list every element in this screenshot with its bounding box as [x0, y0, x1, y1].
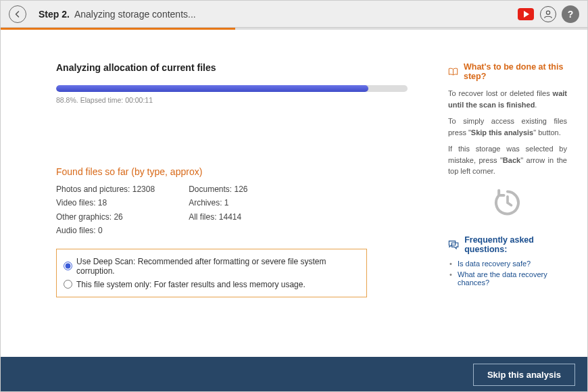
radio-deep-scan-input[interactable]: [64, 262, 72, 270]
youtube-icon: [518, 8, 534, 20]
stat-row: Photos and pictures: 12308: [56, 182, 155, 196]
faq-heading: Frequently asked questions:: [448, 235, 567, 254]
help-paragraph: If this storage was selected by mistake,…: [448, 143, 567, 177]
stat-row: Documents: 126: [189, 182, 247, 196]
faq-link[interactable]: Is data recovery safe?: [458, 260, 567, 268]
faq-list: Is data recovery safe? What are the data…: [448, 260, 567, 287]
step-title: Step 2. Analyzing storage contents...: [39, 9, 196, 20]
step-number: Step 2.: [39, 9, 70, 20]
step-caption: Analyzing storage contents...: [74, 9, 196, 20]
skip-analysis-button[interactable]: Skip this analysis: [473, 364, 575, 386]
analysis-title: Analyzing allocation of current files: [56, 62, 408, 73]
progress-bar-fill: [56, 85, 368, 92]
stat-row: Other graphics: 26: [56, 210, 155, 224]
stat-row: Archives: 1: [189, 196, 247, 210]
account-button[interactable]: [540, 6, 556, 22]
wizard-progress-strip: [1, 28, 587, 30]
arrow-left-icon: [14, 10, 22, 18]
spinner-icon: [493, 188, 522, 218]
radio-fs-only-input[interactable]: [64, 280, 72, 289]
found-stats: Photos and pictures: 12308 Video files: …: [56, 182, 408, 238]
spinner: [448, 188, 567, 218]
faq-link[interactable]: What are the data recovery chances?: [458, 270, 567, 287]
radio-fs-only[interactable]: This file system only: For faster result…: [64, 278, 360, 291]
help-paragraph: To recover lost or deleted files wait un…: [448, 88, 567, 110]
found-title: Found files so far (by type, approx): [56, 166, 408, 177]
stat-row: Video files: 18: [56, 196, 155, 210]
radio-deep-scan[interactable]: Use Deep Scan: Recommended after formatt…: [64, 255, 360, 278]
svg-point-1: [546, 11, 549, 14]
chat-icon: [448, 240, 459, 249]
stat-row: Audio files: 0: [56, 224, 155, 237]
stat-row: All files: 14414: [189, 210, 247, 224]
youtube-link[interactable]: [517, 5, 535, 23]
back-button[interactable]: [9, 5, 26, 23]
progress-bar: [56, 85, 408, 92]
help-paragraph: To simply access existing files press "S…: [448, 116, 567, 138]
question-icon: ?: [568, 9, 574, 20]
scan-mode-box: Use Deep Scan: Recommended after formatt…: [56, 249, 367, 297]
book-icon: [448, 67, 458, 76]
footer-bar: Skip this analysis: [1, 357, 587, 392]
user-icon: [543, 9, 553, 19]
progress-subtext: 88.8%. Elapsed time: 00:00:11: [56, 96, 408, 104]
help-heading: What's to be done at this step?: [448, 62, 567, 81]
header-bar: Step 2. Analyzing storage contents... ?: [1, 1, 587, 28]
help-button[interactable]: ?: [562, 5, 579, 23]
